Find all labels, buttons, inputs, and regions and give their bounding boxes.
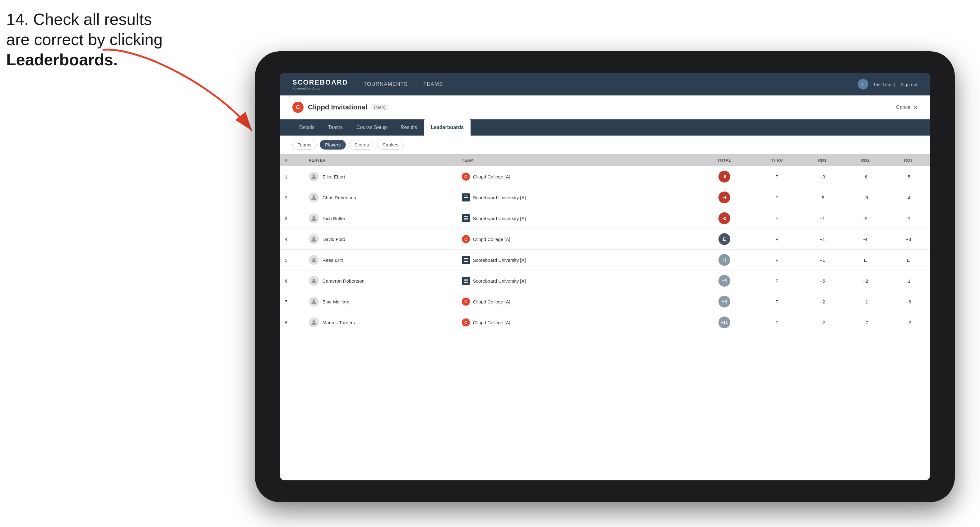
row-team: CClippd College [A]	[457, 229, 696, 250]
team-icon-clippd: C	[462, 173, 470, 181]
team-icon-scoreboard	[462, 214, 470, 222]
row-rd2: +2	[844, 270, 887, 291]
row-num: 2	[280, 187, 304, 208]
row-rd3: -5	[887, 166, 930, 187]
row-thru: F	[753, 229, 801, 250]
row-total: +11	[696, 312, 753, 333]
logo-area: SCOREBOARD Powered by clippd	[292, 78, 348, 90]
top-nav-right: T Test User | Sign out	[858, 79, 918, 89]
player-name: Blair McHarg	[323, 299, 350, 305]
svg-point-8	[313, 320, 315, 323]
row-rd2: +7	[844, 312, 887, 333]
row-team: Scoreboard University [A]	[457, 270, 696, 291]
player-name: David Ford	[323, 237, 345, 242]
row-num: 5	[280, 250, 304, 270]
row-total: -8	[696, 166, 753, 187]
top-nav: SCOREBOARD Powered by clippd TOURNAMENTS…	[280, 73, 930, 95]
score-badge: +9	[718, 296, 730, 308]
team-name: Scoreboard University [A]	[473, 278, 526, 284]
nav-tournaments[interactable]: TOURNAMENTS	[364, 80, 408, 89]
filter-players[interactable]: Players	[320, 140, 346, 149]
cancel-button[interactable]: Cancel ✕	[896, 105, 918, 110]
user-avatar: T	[858, 79, 869, 89]
team-icon-clippd: C	[462, 235, 470, 243]
svg-point-7	[313, 299, 315, 302]
row-total: +9	[696, 291, 753, 312]
sign-out-link[interactable]: Sign out	[900, 82, 918, 87]
player-avatar	[309, 276, 319, 286]
row-rd2: +5	[844, 187, 887, 208]
content-area: C Clippd Invitational (Men) Cancel ✕ Det…	[280, 95, 930, 480]
row-player: Rees Britt	[304, 250, 457, 270]
row-rd1: +2	[801, 312, 844, 333]
score-badge: +11	[718, 316, 730, 328]
svg-point-4	[313, 237, 315, 240]
row-num: 3	[280, 208, 304, 229]
row-rd2: -6	[844, 166, 887, 187]
table-row: 1 Elliot Ebert CClippd College [A]-8F+3-…	[280, 166, 930, 187]
row-num: 4	[280, 229, 304, 250]
row-num: 8	[280, 312, 304, 333]
tab-leaderboards[interactable]: Leaderboards	[424, 119, 471, 136]
row-team: Scoreboard University [A]	[457, 187, 696, 208]
col-header-player: PLAYER	[304, 154, 457, 166]
row-rd3: -1	[887, 208, 930, 229]
filter-strokes[interactable]: Strokes	[377, 140, 404, 149]
table-header-row: # PLAYER TEAM TOTAL THRU RD1 RD2 RD3	[280, 154, 930, 166]
tab-results[interactable]: Results	[394, 119, 424, 136]
tab-teams[interactable]: Teams	[321, 119, 350, 136]
tournament-badge: (Men)	[372, 104, 388, 110]
row-thru: F	[753, 187, 801, 208]
row-rd1: +1	[801, 250, 844, 270]
team-name: Scoreboard University [A]	[473, 216, 526, 221]
instruction-text: 14. Check all results are correct by cli…	[6, 10, 163, 70]
filter-teams[interactable]: Teams	[292, 140, 317, 149]
tab-details[interactable]: Details	[292, 119, 321, 136]
team-name: Clippd College [A]	[473, 237, 511, 242]
row-rd3: +6	[887, 291, 930, 312]
row-rd2: -2	[844, 208, 887, 229]
tablet-frame: SCOREBOARD Powered by clippd TOURNAMENTS…	[255, 51, 955, 502]
row-thru: F	[753, 166, 801, 187]
player-name: Cameron Robertson	[323, 278, 364, 284]
tournament-title-row: C Clippd Invitational (Men)	[292, 102, 388, 113]
row-rd3: +3	[887, 229, 930, 250]
team-name: Clippd College [A]	[473, 299, 511, 305]
team-name: Clippd College [A]	[473, 320, 511, 325]
team-icon-scoreboard	[462, 256, 470, 264]
team-icon-clippd: C	[462, 318, 470, 327]
table-row: 6 Cameron Robertson Scoreboard Universit…	[280, 270, 930, 291]
row-rd3: -1	[887, 270, 930, 291]
tablet-screen: SCOREBOARD Powered by clippd TOURNAMENTS…	[280, 73, 930, 480]
row-total: +1	[696, 250, 753, 270]
row-player: Chris Robertson	[304, 187, 457, 208]
team-name: Scoreboard University [A]	[473, 195, 526, 200]
row-team: CClippd College [A]	[457, 166, 696, 187]
score-badge: +1	[718, 254, 730, 266]
nav-user-text: Test User |	[873, 82, 896, 87]
logo-sub: Powered by clippd	[292, 86, 348, 90]
row-num: 6	[280, 270, 304, 291]
row-rd3: +2	[887, 312, 930, 333]
results-table: # PLAYER TEAM TOTAL THRU RD1 RD2 RD3 1	[280, 154, 930, 333]
table-row: 8 Marcus Turners CClippd College [A]+11F…	[280, 312, 930, 333]
row-thru: F	[753, 291, 801, 312]
player-name: Marcus Turners	[323, 320, 355, 325]
tab-course-setup[interactable]: Course Setup	[350, 119, 394, 136]
row-rd3: E	[887, 250, 930, 270]
col-header-num: #	[280, 154, 304, 166]
row-thru: F	[753, 270, 801, 291]
row-num: 7	[280, 291, 304, 312]
row-player: Cameron Robertson	[304, 270, 457, 291]
nav-teams[interactable]: TEAMS	[423, 80, 443, 89]
col-header-rd2: RD2	[844, 154, 887, 166]
row-team: Scoreboard University [A]	[457, 208, 696, 229]
table-row: 5 Rees Britt Scoreboard University [A]+1…	[280, 250, 930, 270]
row-rd1: -5	[801, 187, 844, 208]
row-rd1: +1	[801, 208, 844, 229]
row-rd1: +5	[801, 270, 844, 291]
player-avatar	[309, 317, 319, 327]
player-name: Rich Butler	[323, 216, 345, 221]
filter-scores[interactable]: Scores	[349, 140, 374, 149]
svg-point-6	[313, 279, 315, 281]
